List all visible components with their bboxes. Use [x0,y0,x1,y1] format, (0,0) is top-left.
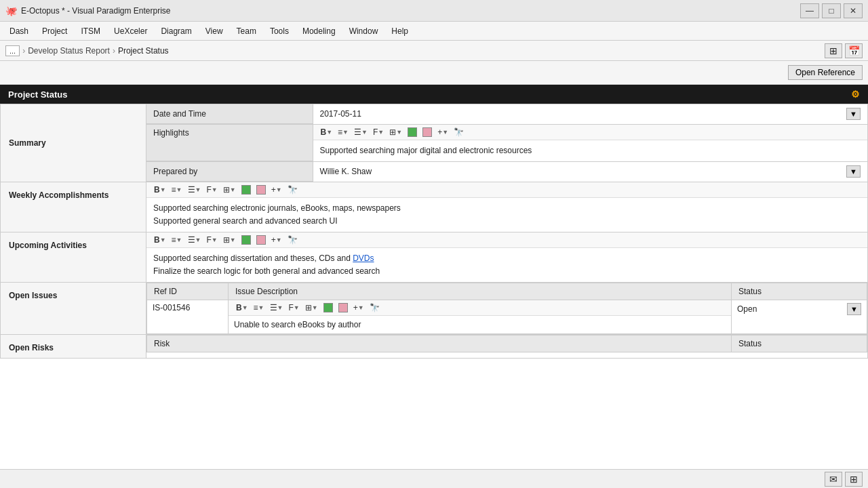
tb-align[interactable]: ≡▼ [336,127,351,138]
close-button[interactable]: ✕ [844,3,863,18]
highlights-value-cell: B▼ ≡▼ ☰▼ F▼ ⊞▼ +▼ 🔭 [313,125,867,161]
maximize-button[interactable]: □ [822,3,841,18]
date-dropdown-button[interactable]: ▼ [846,108,861,120]
tb-table[interactable]: ⊞▼ [387,127,404,138]
highlights-toolbar: B▼ ≡▼ ☰▼ F▼ ⊞▼ +▼ 🔭 [313,125,868,140]
tb-color-green[interactable] [406,127,419,138]
breadcrumb-icons: ⊞ 📅 [825,43,863,58]
panel-title: Project Status [8,89,67,100]
upcoming-text[interactable]: Supported searching dissertation and the… [146,248,867,282]
email-button[interactable]: ✉ [825,472,842,487]
top-action-bar: Open Reference [0,61,868,85]
weekly-tb-pink[interactable] [254,184,268,195]
menu-item-tools[interactable]: Tools [263,24,296,39]
issue-tb-font[interactable]: F▼ [286,302,301,313]
weekly-tb-font[interactable]: F▼ [204,184,219,195]
menu-item-modeling[interactable]: Modeling [296,24,342,39]
issue-status-wrapper-0: Open ▼ [737,303,861,315]
issue-tb-align[interactable]: ≡▼ [252,302,267,313]
breadcrumb-bar: ... › Develop Status Report › Project St… [0,41,868,61]
menu-item-dash[interactable]: Dash [3,24,35,39]
upcoming-tb-pink[interactable] [254,235,268,245]
menu-item-uexceler[interactable]: UeXceler [107,24,154,39]
weekly-tb-add[interactable]: +▼ [269,184,284,195]
tb-add[interactable]: +▼ [435,127,450,138]
panel-settings-icon[interactable]: ⚙ [851,89,860,100]
risks-header-row: Risk Status [147,336,867,352]
issue-status-value-0: Open [737,304,757,314]
tb-list[interactable]: ☰▼ [352,127,370,138]
summary-row: Summary Date and Time 2017-05-11 ▼ [1,104,868,125]
weekly-tb-binoculars[interactable]: 🔭 [285,184,300,195]
open-reference-button[interactable]: Open Reference [788,65,863,80]
breadcrumb-item-1[interactable]: Develop Status Report [28,46,110,56]
upcoming-tb-align[interactable]: ≡▼ [170,235,184,245]
issue-refid-0: IS-001546 [147,300,229,334]
issue-status-dropdown-0[interactable]: ▼ [847,303,861,315]
issues-header-row: Ref ID Issue Description Status [147,283,867,300]
weekly-tb-green[interactable] [239,184,253,195]
upcoming-tb-bold[interactable]: B▼ [152,235,168,245]
main-form-table: Summary Date and Time 2017-05-11 ▼ [0,104,868,359]
dvds-link[interactable]: DVDs [353,253,374,263]
breadcrumb-item-2: Project Status [118,46,169,56]
menu-item-view[interactable]: View [199,24,230,39]
issue-toolbar-0: B▼ ≡▼ ☰▼ F▼ ⊞▼ +▼ 🔭 [229,300,731,316]
weekly-cell: B▼ ≡▼ ☰▼ F▼ ⊞▼ +▼ 🔭 Supported searching … [146,182,868,232]
upcoming-tb-green[interactable] [239,235,253,245]
menu-item-diagram[interactable]: Diagram [154,24,198,39]
upcoming-tb-add[interactable]: +▼ [269,235,284,245]
issue-tb-binoculars[interactable]: 🔭 [368,302,382,313]
breadcrumb-icon-table[interactable]: ⊞ [825,43,842,58]
issue-tb-table[interactable]: ⊞▼ [303,302,320,313]
minimize-button[interactable]: — [800,3,819,18]
weekly-tb-table[interactable]: ⊞▼ [221,184,238,195]
issue-status-cell-0: Open ▼ [732,300,867,334]
upcoming-line-1: Supported searching dissertation and the… [153,252,861,265]
weekly-tb-list[interactable]: ☰▼ [186,184,203,195]
summary-label: Summary [1,104,146,182]
issues-data-row-0: IS-001546 B▼ ≡▼ ☰▼ F▼ ⊞▼ [147,300,867,334]
tb-font[interactable]: F▼ [371,127,386,138]
highlights-label: Highlights [146,125,313,161]
menu-item-project[interactable]: Project [35,24,74,39]
highlights-text[interactable]: Supported searching major digital and el… [313,140,868,161]
menu-item-window[interactable]: Window [342,24,385,39]
issues-col-description: Issue Description [229,283,732,300]
menu-item-itsm[interactable]: ITSM [74,24,107,39]
panel-header: Project Status ⚙ [0,85,868,104]
breadcrumb-dots-button[interactable]: ... [5,45,20,56]
upcoming-label: Upcoming Activities [1,232,146,283]
prepared-by-dropdown-button[interactable]: ▼ [846,165,861,178]
title-bar: 🐙 E-Octopus * - Visual Paradigm Enterpri… [0,0,868,22]
menu-item-help[interactable]: Help [384,24,415,39]
issue-tb-green[interactable] [321,302,335,313]
weekly-line-1: Supported searching electronic journals,… [153,202,861,215]
menu-item-team[interactable]: Team [230,24,263,39]
upcoming-tb-binoculars[interactable]: 🔭 [285,235,300,245]
weekly-row: Weekly Accomplishments B▼ ≡▼ ☰▼ F▼ ⊞▼ +▼… [1,182,868,232]
weekly-tb-bold[interactable]: B▼ [152,184,168,195]
menu-bar: Dash Project ITSM UeXceler Diagram View … [0,22,868,41]
issue-tb-pink[interactable] [336,302,350,313]
tb-color-pink[interactable] [420,127,434,138]
issue-tb-bold[interactable]: B▼ [234,302,250,313]
window-controls: — □ ✕ [800,3,863,18]
upcoming-tb-list[interactable]: ☰▼ [186,235,203,245]
issue-desc-text-0[interactable]: Unable to search eBooks by author [234,319,726,331]
issue-tb-add[interactable]: +▼ [351,302,366,313]
breadcrumb-icon-calendar[interactable]: 📅 [845,43,863,58]
upcoming-tb-table[interactable]: ⊞▼ [221,235,238,245]
risks-table: Risk Status [146,335,867,352]
tb-binoculars[interactable]: 🔭 [452,127,466,138]
date-value: 2017-05-11 [320,109,361,119]
open-issues-row: Open Issues Ref ID Issue Description Sta… [1,283,868,335]
breadcrumb-arrow-1: › [22,46,25,56]
weekly-text[interactable]: Supported searching electronic journals,… [146,198,867,232]
issue-tb-list[interactable]: ☰▼ [268,302,285,313]
weekly-tb-align[interactable]: ≡▼ [170,184,184,195]
issues-col-status: Status [732,283,867,300]
upcoming-tb-font[interactable]: F▼ [204,235,219,245]
tb-bold[interactable]: B▼ [319,127,335,138]
table-button[interactable]: ⊞ [845,472,863,487]
